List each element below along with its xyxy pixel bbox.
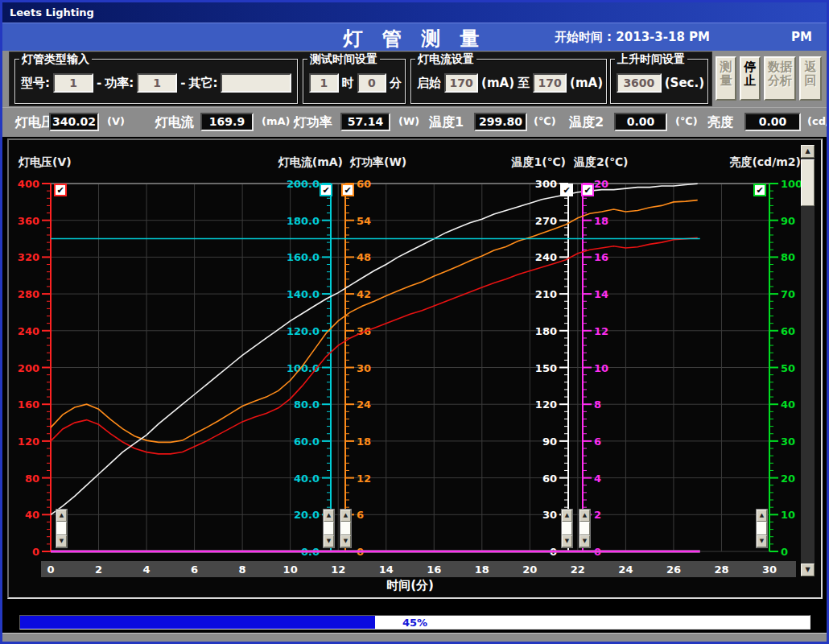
chart-vertical-scrollbar[interactable]: ▲ ▼ [801, 145, 815, 576]
svg-text:90: 90 [542, 436, 557, 448]
readout-value: 0.00 [614, 113, 667, 131]
axis-checkbox-luminance[interactable]: ✔ [753, 184, 766, 196]
current-from-field[interactable]: 170 [444, 73, 478, 93]
groupbox-lamp-current: 灯电流设置 启始 170 (mA) 至 170 (mA) [410, 59, 607, 104]
svg-text:10: 10 [283, 564, 298, 576]
svg-text:80: 80 [781, 251, 795, 263]
svg-text:60: 60 [542, 473, 557, 485]
spinner-down-icon[interactable]: ▼ [56, 535, 67, 547]
svg-text:180: 180 [535, 325, 557, 337]
svg-text:时间(分): 时间(分) [386, 578, 434, 592]
axis-checkbox-current[interactable]: ✔ [320, 184, 332, 196]
spinner-up-icon[interactable]: ▲ [324, 510, 334, 522]
hour-field[interactable]: 1 [309, 73, 339, 93]
axis-spinner-temp2[interactable]: ▲▼ [579, 509, 591, 548]
rise-time-unit: (Sec.) [665, 76, 704, 90]
spinner-up-icon[interactable]: ▲ [340, 510, 351, 522]
spinner-down-icon[interactable]: ▼ [562, 535, 572, 547]
svg-text:2: 2 [95, 564, 102, 576]
axis-spinner-power[interactable]: ▲▼ [340, 509, 352, 548]
spinner-up-icon[interactable]: ▲ [56, 510, 67, 522]
readout-value: 299.80 [474, 113, 527, 131]
spinner-down-icon[interactable]: ▼ [757, 535, 767, 547]
stop-button[interactable]: 停止 [740, 56, 761, 101]
svg-text:灯电流(mA): 灯电流(mA) [278, 155, 343, 168]
readout-value: 340.02 [49, 113, 99, 131]
svg-text:60: 60 [781, 325, 795, 337]
svg-text:90: 90 [781, 215, 795, 227]
current-from-label: 启始 [417, 76, 441, 91]
axis-checkbox-temp1[interactable]: ✔ [560, 184, 573, 196]
svg-text:4: 4 [143, 564, 151, 576]
svg-text:6: 6 [594, 436, 601, 448]
svg-text:0: 0 [32, 546, 39, 558]
axis-spinner-current[interactable]: ▲▼ [323, 509, 335, 548]
groupbox-rise-time: 上升时间设置 3600 (Sec.) [610, 59, 708, 104]
groupbox-lamp-type: 灯管类型输入 型号: 1 - 功率: 1 - 其它: [14, 59, 298, 104]
spinner-down-icon[interactable]: ▼ [324, 535, 334, 547]
start-time-label: 开始时间 : [555, 30, 612, 44]
other-field[interactable] [221, 73, 291, 93]
scroll-down-icon[interactable]: ▼ [801, 564, 815, 576]
svg-text:亮度(cd/m2)%: 亮度(cd/m2)% [729, 155, 812, 168]
readout-value: 0.00 [744, 113, 801, 131]
spinner-down-icon[interactable]: ▼ [579, 535, 590, 547]
spinner-up-icon[interactable]: ▲ [579, 510, 590, 522]
svg-text:150: 150 [535, 362, 557, 374]
axis-spinner-voltage[interactable]: ▲▼ [56, 509, 68, 548]
spinner-thumb[interactable] [562, 522, 572, 535]
scroll-up-icon[interactable]: ▲ [801, 145, 815, 158]
svg-text:240: 240 [18, 325, 39, 337]
current-to-field[interactable]: 170 [533, 73, 567, 93]
readout-label: 温度2 [569, 114, 604, 131]
readout-unit: (℃) [534, 115, 556, 127]
axis-checkbox-voltage[interactable]: ✔ [54, 184, 67, 196]
ampm-indicator: PM [791, 30, 812, 44]
spinner-thumb[interactable] [757, 522, 767, 535]
minute-label: 分 [390, 76, 402, 91]
back-button[interactable]: 返回 [799, 56, 822, 101]
current-to-label: 至 [518, 76, 530, 91]
svg-text:70: 70 [781, 288, 795, 300]
readout-label: 灯电压 [15, 114, 54, 131]
scrollbar-thumb[interactable] [801, 159, 815, 206]
chart-panel: 04080120160200240280320360400灯电压(V)0.020… [7, 138, 823, 599]
spinner-thumb[interactable] [579, 522, 590, 535]
readout-row: 灯电压340.02(V)灯电流169.9(mA)灯功率57.14(W)温度129… [2, 107, 827, 137]
axis-spinner-luminance[interactable]: ▲▼ [756, 509, 768, 548]
spinner-thumb[interactable] [56, 522, 67, 535]
power-field[interactable]: 1 [137, 73, 177, 93]
svg-text:28: 28 [714, 564, 728, 576]
spinner-down-icon[interactable]: ▼ [340, 535, 351, 547]
analyze-button[interactable]: 数据分析 [764, 56, 796, 101]
svg-text:20.0: 20.0 [294, 509, 320, 521]
spinner-up-icon[interactable]: ▲ [757, 510, 767, 522]
rise-time-field[interactable]: 3600 [617, 73, 662, 93]
axis-checkbox-temp2[interactable]: ✔ [581, 184, 594, 196]
spinner-thumb[interactable] [340, 522, 351, 535]
svg-text:20: 20 [522, 564, 537, 576]
measure-button[interactable]: 测量 [716, 56, 736, 101]
svg-text:30: 30 [762, 564, 777, 576]
svg-text:8: 8 [594, 398, 601, 411]
spinner-up-icon[interactable]: ▲ [562, 510, 572, 522]
svg-text:14: 14 [594, 288, 608, 300]
readout-value: 169.9 [200, 113, 254, 131]
svg-text:80.0: 80.0 [294, 398, 320, 411]
svg-text:40: 40 [781, 398, 795, 411]
svg-text:0: 0 [781, 546, 788, 558]
model-label: 型号: [21, 76, 50, 91]
axis-checkbox-power[interactable]: ✔ [341, 184, 354, 196]
readout-label: 灯功率 [294, 114, 332, 131]
svg-text:40.0: 40.0 [294, 473, 320, 485]
axis-spinner-temp1[interactable]: ▲▼ [561, 509, 573, 548]
groupbox-test-time-title: 测试时间设置 [307, 52, 380, 67]
svg-text:280: 280 [18, 288, 39, 300]
svg-text:灯功率(W): 灯功率(W) [349, 155, 406, 168]
spinner-thumb[interactable] [324, 522, 334, 535]
minute-field[interactable]: 0 [357, 73, 387, 93]
svg-text:30: 30 [781, 436, 795, 448]
model-field[interactable]: 1 [53, 73, 93, 93]
svg-text:270: 270 [535, 215, 557, 227]
readout-unit: (mA) [262, 115, 291, 127]
